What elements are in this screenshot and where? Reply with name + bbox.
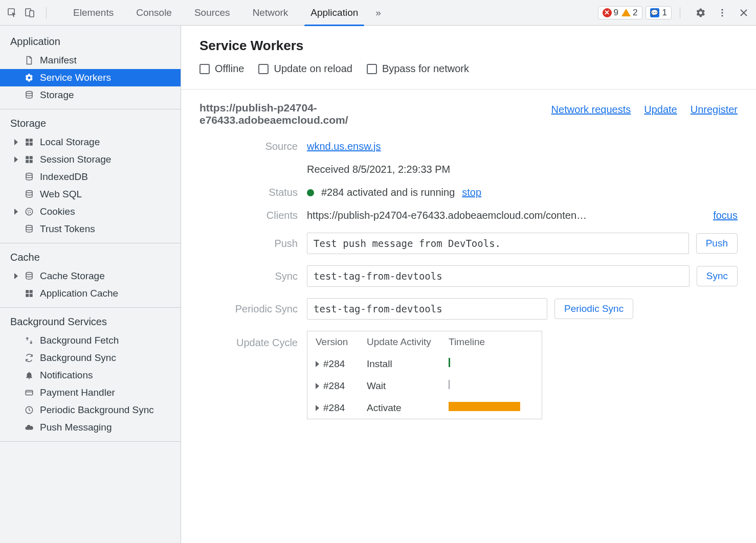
- svg-point-18: [28, 210, 29, 211]
- sidebar-item-storage[interactable]: Storage: [0, 86, 181, 104]
- sidebar-item-label: Periodic Background Sync: [40, 404, 154, 416]
- sidebar-item-label: Cookies: [40, 206, 75, 217]
- update-cycle-label: Update Cycle: [199, 331, 298, 349]
- db-icon: [24, 270, 35, 282]
- device-icon[interactable]: [24, 7, 36, 19]
- messages-badge[interactable]: 💬 1: [646, 6, 672, 19]
- sidebar-item-application-cache[interactable]: Application Cache: [0, 285, 181, 302]
- push-button[interactable]: Push: [696, 233, 738, 254]
- network-requests-link[interactable]: Network requests: [551, 104, 631, 116]
- sidebar-item-background-sync[interactable]: Background Sync: [0, 349, 181, 367]
- error-count: 9: [614, 8, 618, 18]
- tab-elements[interactable]: Elements: [62, 0, 125, 26]
- tab-console[interactable]: Console: [125, 0, 183, 26]
- sidebar-item-service-workers[interactable]: Service Workers: [0, 69, 181, 86]
- svg-rect-8: [30, 139, 33, 142]
- inspect-icon[interactable]: [6, 7, 18, 19]
- svg-point-3: [721, 9, 723, 10]
- sync-button[interactable]: Sync: [697, 266, 738, 286]
- sidebar-item-label: Local Storage: [40, 137, 100, 148]
- sidebar-heading: Application: [0, 31, 181, 52]
- grid-icon: [24, 137, 35, 148]
- toolbar-divider: [46, 7, 47, 18]
- svg-rect-12: [30, 156, 33, 159]
- sidebar-item-cookies[interactable]: Cookies: [0, 203, 181, 220]
- sidebar-item-notifications[interactable]: Notifications: [0, 367, 181, 384]
- sidebar-item-indexeddb[interactable]: IndexedDB: [0, 168, 181, 186]
- update-cycle-table: Version Update Activity Timeline #284Ins…: [307, 331, 542, 419]
- unregister-link[interactable]: Unregister: [691, 104, 738, 116]
- tab-sources[interactable]: Sources: [183, 0, 241, 26]
- close-icon[interactable]: [738, 7, 750, 19]
- focus-link[interactable]: focus: [713, 210, 738, 221]
- col-version: Version: [316, 336, 367, 348]
- cycle-row[interactable]: #284Activate: [307, 397, 542, 419]
- sidebar-item-payment-handler[interactable]: Payment Handler: [0, 384, 181, 401]
- issues-badge[interactable]: ✕9 2: [598, 6, 642, 19]
- tab-application[interactable]: Application: [299, 0, 369, 26]
- sidebar-item-cache-storage[interactable]: Cache Storage: [0, 267, 181, 285]
- sync-input[interactable]: [307, 265, 690, 287]
- svg-point-5: [721, 15, 723, 16]
- push-input[interactable]: [307, 233, 689, 254]
- service-workers-panel: Service Workers Offline Update on reload…: [181, 26, 756, 543]
- sidebar-item-manifest[interactable]: Manifest: [0, 52, 181, 69]
- sidebar-item-push-messaging[interactable]: Push Messaging: [0, 419, 181, 436]
- svg-rect-24: [26, 290, 29, 293]
- card-icon: [24, 387, 35, 398]
- cycle-row[interactable]: #284Wait: [307, 375, 542, 397]
- sidebar-item-label: Background Fetch: [40, 335, 119, 346]
- sidebar-item-background-fetch[interactable]: Background Fetch: [0, 332, 181, 349]
- sidebar-heading: Storage: [0, 112, 181, 133]
- sidebar-item-label: Background Sync: [40, 352, 116, 364]
- update-link[interactable]: Update: [644, 104, 677, 116]
- source-label: Source: [199, 141, 298, 152]
- sidebar-item-trust-tokens[interactable]: Trust Tokens: [0, 220, 181, 238]
- push-label: Push: [199, 238, 298, 250]
- gear-icon: [24, 72, 35, 83]
- warning-count: 2: [633, 8, 637, 18]
- sw-origin: https://publish-p24704-e76433.adobeaemcl…: [199, 102, 445, 126]
- db-icon: [24, 223, 35, 235]
- sync-label: Sync: [199, 270, 298, 282]
- sidebar-item-session-storage[interactable]: Session Storage: [0, 151, 181, 168]
- settings-icon[interactable]: [695, 7, 707, 19]
- bypass-network-checkbox[interactable]: Bypass for network: [367, 63, 469, 75]
- svg-rect-7: [26, 139, 29, 142]
- sidebar-item-label: Web SQL: [40, 189, 82, 200]
- sidebar-item-web-sql[interactable]: Web SQL: [0, 186, 181, 203]
- periodic-sync-button[interactable]: Periodic Sync: [554, 299, 633, 319]
- sidebar-item-label: Payment Handler: [40, 387, 115, 398]
- message-count: 1: [662, 8, 667, 18]
- devtools-toolbar: Elements Console Sources Network Applica…: [0, 0, 756, 26]
- status-dot-icon: [307, 189, 314, 196]
- periodic-sync-input[interactable]: [307, 298, 547, 320]
- stop-link[interactable]: stop: [462, 187, 481, 198]
- svg-rect-25: [30, 290, 33, 293]
- update-on-reload-checkbox[interactable]: Update on reload: [258, 63, 352, 75]
- svg-point-6: [26, 92, 32, 94]
- sidebar-item-label: Cache Storage: [40, 270, 105, 282]
- more-icon[interactable]: [716, 7, 728, 19]
- status-label: Status: [199, 187, 298, 198]
- tab-network[interactable]: Network: [241, 0, 300, 26]
- cycle-row[interactable]: #284Install: [307, 353, 542, 375]
- svg-rect-27: [30, 294, 33, 297]
- svg-point-19: [29, 210, 30, 211]
- clients-label: Clients: [199, 210, 298, 221]
- svg-point-16: [26, 191, 32, 193]
- clock-icon: [24, 404, 35, 416]
- sidebar-item-local-storage[interactable]: Local Storage: [0, 133, 181, 151]
- source-file-link[interactable]: wknd.us.ensw.js: [307, 141, 381, 152]
- sidebar-item-label: Application Cache: [40, 288, 118, 299]
- tab-overflow[interactable]: »: [369, 0, 387, 26]
- sidebar-item-periodic-background-sync[interactable]: Periodic Background Sync: [0, 401, 181, 419]
- sidebar-item-label: Push Messaging: [40, 422, 112, 433]
- bell-icon: [24, 370, 35, 381]
- sync-icon: [24, 352, 35, 364]
- offline-checkbox[interactable]: Offline: [199, 63, 244, 75]
- application-sidebar: ApplicationManifestService WorkersStorag…: [0, 26, 181, 543]
- fetch-icon: [24, 335, 35, 346]
- db-icon: [24, 189, 35, 200]
- grid-icon: [24, 288, 35, 299]
